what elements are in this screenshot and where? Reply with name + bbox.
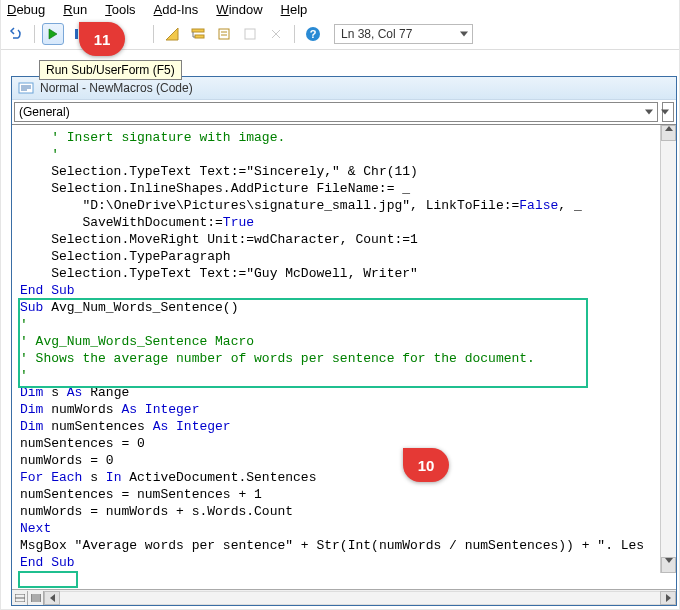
run-sub-button[interactable] [42,23,64,45]
vertical-scrollbar[interactable] [660,125,676,573]
separator [153,25,154,43]
code-window-titlebar[interactable]: Normal - NewMacros (Code) [12,77,676,100]
bottom-bar [12,589,676,605]
svg-rect-4 [219,29,229,39]
module-icon [18,81,34,95]
run-tooltip: Run Sub/UserForm (F5) [39,60,182,80]
scroll-track[interactable] [60,591,660,605]
code-window-title: Normal - NewMacros (Code) [40,81,193,95]
svg-rect-2 [192,29,204,32]
procedure-view-button[interactable] [12,591,28,605]
full-module-view-icon [31,594,41,602]
menu-window[interactable]: Window [216,2,262,17]
object-combo[interactable]: (General) [14,102,658,122]
scroll-left-button[interactable] [44,591,60,605]
procedure-view-icon [15,594,25,602]
callout-11: 11 [79,22,125,56]
play-icon [48,28,58,40]
code-body[interactable]: ' Insert signature with image. ' Selecti… [12,125,676,589]
separator [294,25,295,43]
vbe-window: Debug Run Tools Add-Ins Window Help [0,0,680,610]
separator [34,25,35,43]
folder-tree-icon [191,27,205,41]
menu-tools[interactable]: Tools [105,2,135,17]
svg-rect-5 [245,29,255,39]
svg-rect-3 [195,35,204,38]
properties-button[interactable] [213,23,235,45]
scroll-track[interactable] [661,141,676,557]
callout-10: 10 [403,448,449,482]
svg-text:?: ? [310,28,317,40]
horizontal-scrollbar[interactable] [44,590,676,605]
procedure-combo[interactable] [662,102,674,122]
undo-icon [9,27,23,41]
object-browser-button[interactable] [239,23,261,45]
design-mode-button[interactable] [161,23,183,45]
svg-rect-0 [75,29,78,39]
help-icon: ? [305,26,321,42]
code-text[interactable]: ' Insert signature with image. ' Selecti… [12,125,676,579]
object-browser-icon [243,27,257,41]
cursor-position[interactable]: Ln 38, Col 77 [334,24,473,44]
toolbox-icon [269,27,283,41]
menu-addins[interactable]: Add-Ins [154,2,199,17]
scroll-down-button[interactable] [661,557,676,573]
scroll-right-button[interactable] [660,591,676,605]
ruler-triangle-icon [165,27,179,41]
scroll-up-button[interactable] [661,125,676,141]
hand-properties-icon [217,27,231,41]
toolbox-button[interactable] [265,23,287,45]
menu-bar: Debug Run Tools Add-Ins Window Help [1,0,679,21]
menu-help[interactable]: Help [281,2,308,17]
full-module-view-button[interactable] [28,591,44,605]
project-explorer-button[interactable] [187,23,209,45]
code-window: Normal - NewMacros (Code) (General) ' In… [11,76,677,606]
combo-bar: (General) [12,100,676,125]
help-button[interactable]: ? [302,23,324,45]
menu-run[interactable]: Run [63,2,87,17]
menu-debug[interactable]: Debug [7,2,45,17]
undo-button[interactable] [5,23,27,45]
